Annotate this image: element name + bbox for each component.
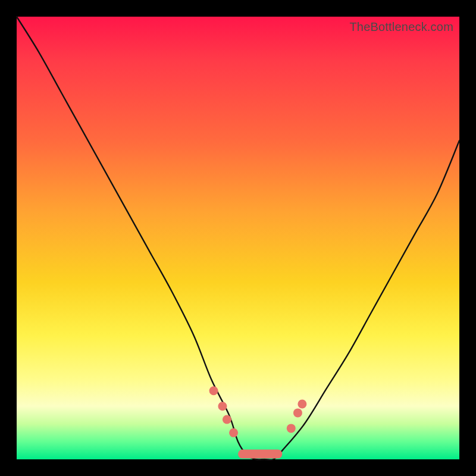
curve-marker xyxy=(293,408,302,417)
curve-marker xyxy=(287,424,296,433)
curve-markers xyxy=(209,386,307,458)
curve-marker xyxy=(209,386,218,395)
trough-marker-bar xyxy=(238,450,282,459)
curve-marker xyxy=(298,400,306,409)
chart-frame: TheBottleneck.com xyxy=(0,0,476,476)
curve-line xyxy=(17,17,459,460)
curve-marker xyxy=(218,402,227,411)
bottleneck-curve xyxy=(17,17,459,459)
curve-marker xyxy=(229,428,238,437)
plot-area: TheBottleneck.com xyxy=(17,17,459,459)
curve-marker xyxy=(223,415,231,424)
